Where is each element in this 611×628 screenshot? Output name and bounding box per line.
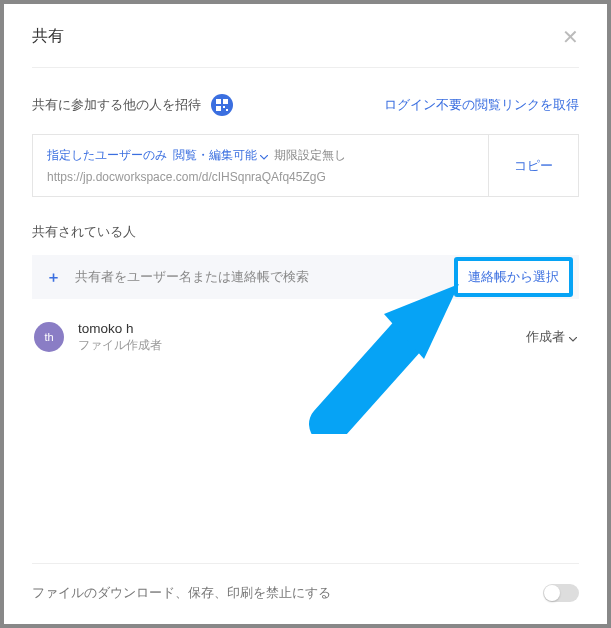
- svg-rect-3: [223, 106, 225, 108]
- dialog-title: 共有: [32, 26, 64, 47]
- select-from-contacts-button[interactable]: 連絡帳から選択: [454, 257, 573, 297]
- get-view-link-button[interactable]: ログイン不要の閲覧リンクを取得: [384, 96, 579, 114]
- invite-label: 共有に参加する他の人を招待: [32, 96, 201, 114]
- plus-icon: ＋: [46, 268, 61, 287]
- dialog-footer: ファイルのダウンロード、保存、印刷を禁止にする: [32, 563, 579, 602]
- person-info: tomoko h ファイル作成者: [78, 321, 512, 353]
- link-permission-dropdown[interactable]: 閲覧・編集可能: [173, 147, 268, 164]
- role-dropdown-label: 作成者: [526, 328, 565, 346]
- search-input[interactable]: 共有者をユーザー名または連絡帳で検索: [75, 269, 454, 286]
- share-dialog: 共有 ✕ 共有に参加する他の人を招待 ログイン不要の閲覧リンクを取得 指定したユ…: [4, 4, 607, 624]
- svg-rect-1: [223, 99, 228, 104]
- close-icon[interactable]: ✕: [562, 27, 579, 47]
- share-url: https://jp.docworkspace.com/d/cIHSqnraQA…: [47, 170, 474, 184]
- link-expiry-label: 期限設定無し: [274, 147, 346, 164]
- copy-button[interactable]: コピー: [488, 135, 578, 196]
- dialog-header: 共有 ✕: [32, 26, 579, 68]
- link-info: 指定したユーザーのみ 閲覧・編集可能 期限設定無し https://jp.doc…: [33, 135, 488, 196]
- share-link-box: 指定したユーザーのみ 閲覧・編集可能 期限設定無し https://jp.doc…: [32, 134, 579, 197]
- avatar: th: [34, 322, 64, 352]
- link-scope-dropdown[interactable]: 指定したユーザーのみ: [47, 147, 167, 164]
- shared-with-heading: 共有されている人: [32, 223, 579, 241]
- caret-down-icon: [569, 330, 577, 345]
- qr-code-icon[interactable]: [211, 94, 233, 116]
- disable-download-toggle[interactable]: [543, 584, 579, 602]
- person-name: tomoko h: [78, 321, 512, 336]
- svg-rect-4: [226, 109, 228, 111]
- invite-row: 共有に参加する他の人を招待 ログイン不要の閲覧リンクを取得: [32, 94, 579, 116]
- role-dropdown[interactable]: 作成者: [526, 328, 577, 346]
- person-role-label: ファイル作成者: [78, 338, 512, 353]
- svg-rect-2: [216, 106, 221, 111]
- caret-down-icon: [260, 149, 268, 163]
- invite-left: 共有に参加する他の人を招待: [32, 94, 233, 116]
- link-settings: 指定したユーザーのみ 閲覧・編集可能 期限設定無し: [47, 147, 474, 164]
- disable-download-label: ファイルのダウンロード、保存、印刷を禁止にする: [32, 584, 331, 602]
- link-permission-label: 閲覧・編集可能: [173, 147, 257, 164]
- toggle-knob: [544, 585, 560, 601]
- add-person-row: ＋ 共有者をユーザー名または連絡帳で検索 連絡帳から選択: [32, 255, 579, 299]
- person-row: th tomoko h ファイル作成者 作成者: [32, 317, 579, 357]
- svg-rect-0: [216, 99, 221, 104]
